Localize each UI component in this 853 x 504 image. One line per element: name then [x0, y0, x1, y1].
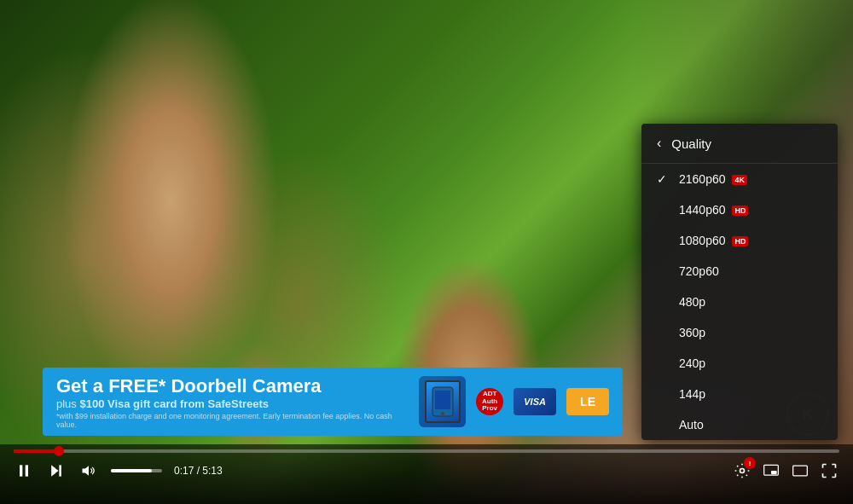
ad-text-area: Get a FREE* Doorbell Camera plus $100 Vi…: [56, 375, 409, 429]
next-icon: [48, 462, 65, 479]
next-button[interactable]: [46, 461, 67, 481]
svg-marker-5: [51, 465, 58, 476]
volume-button[interactable]: [78, 461, 99, 481]
ad-device-image: [419, 376, 466, 427]
settings-button-area: !: [732, 461, 752, 481]
svg-rect-3: [20, 465, 22, 476]
quality-item-720p60[interactable]: 720p60: [641, 256, 838, 287]
svg-rect-10: [771, 471, 777, 474]
theater-icon: [792, 462, 809, 479]
pause-button[interactable]: [14, 461, 34, 481]
miniplayer-icon: [763, 462, 780, 479]
ad-cta-button[interactable]: LE: [566, 388, 609, 415]
quality-item-240p[interactable]: 240p: [641, 348, 838, 379]
controls-row: 0:17 / 5:13 !: [14, 458, 839, 484]
quality-item-1080p60[interactable]: 1080p60 HD: [641, 225, 838, 256]
quality-item-360p[interactable]: 360p: [641, 317, 838, 348]
volume-icon: [80, 462, 97, 479]
svg-rect-11: [793, 466, 808, 476]
quality-label-144p: 144p: [679, 387, 822, 401]
badge-hd-1440: HD: [732, 206, 748, 216]
badge-4k: 4K: [732, 175, 747, 185]
progress-bar[interactable]: [14, 449, 839, 453]
quality-menu-header[interactable]: ‹ Quality: [641, 124, 838, 164]
quality-item-2160p60[interactable]: ✓ 2160p60 4K: [641, 164, 838, 194]
quality-label-240p: 240p: [679, 356, 822, 370]
svg-rect-1: [435, 391, 450, 409]
ad-subtitle-highlight: $100 Visa gift card from SafeStreets: [79, 397, 269, 410]
miniplayer-button[interactable]: [761, 461, 781, 481]
quality-label-480p: 480p: [679, 295, 822, 309]
volume-slider[interactable]: [111, 469, 162, 472]
fullscreen-button[interactable]: [819, 461, 839, 481]
quality-menu-title: Quality: [671, 136, 711, 151]
quality-label-360p: 360p: [679, 326, 822, 339]
svg-point-8: [740, 469, 745, 473]
ad-fine-print: *with $99 installation charge and one mo…: [56, 412, 409, 429]
ad-adt-badge: ADTAuthProv: [476, 388, 503, 415]
svg-marker-7: [83, 466, 90, 476]
ad-subtitle-prefix: plus: [56, 397, 79, 410]
volume-fill: [111, 469, 152, 472]
progress-bar-fill: [14, 449, 59, 453]
quality-options-list: ✓ 2160p60 4K 1440p60 HD 1080p60 HD: [641, 164, 838, 440]
quality-label-1440p60: 1440p60 HD: [679, 203, 822, 217]
quality-label-2160p60: 2160p60 4K: [679, 172, 822, 186]
svg-rect-4: [26, 465, 28, 476]
ad-visa: VISA: [514, 388, 556, 415]
quality-item-auto[interactable]: Auto: [641, 409, 838, 440]
ad-banner[interactable]: Get a FREE* Doorbell Camera plus $100 Vi…: [43, 368, 623, 436]
progress-thumb: [54, 446, 64, 456]
ad-badge-text: ADTAuthProv: [482, 391, 497, 413]
controls-right: !: [732, 461, 839, 481]
quality-label-1080p60: 1080p60 HD: [679, 234, 822, 247]
settings-notification-badge: !: [744, 457, 756, 469]
svg-rect-6: [59, 465, 61, 476]
badge-hd-1080: HD: [732, 236, 748, 246]
visa-label: VISA: [524, 397, 546, 407]
time-display: 0:17 / 5:13: [174, 465, 223, 477]
back-arrow-icon[interactable]: ‹: [657, 136, 661, 151]
quality-item-144p[interactable]: 144p: [641, 379, 838, 409]
ad-title: Get a FREE* Doorbell Camera: [56, 375, 409, 397]
quality-item-1440p60[interactable]: 1440p60 HD: [641, 194, 838, 225]
quality-item-480p[interactable]: 480p: [641, 287, 838, 317]
video-player: Get a FREE* Doorbell Camera plus $100 Vi…: [0, 0, 853, 504]
svg-point-2: [441, 412, 444, 415]
controls-left: 0:17 / 5:13: [14, 461, 223, 481]
checkmark-icon: ✓: [657, 172, 670, 186]
quality-label-720p60: 720p60: [679, 264, 822, 278]
quality-menu: ‹ Quality ✓ 2160p60 4K 1440p60 HD: [641, 124, 838, 440]
visa-card: VISA: [514, 388, 556, 415]
ad-device-screen: [425, 380, 461, 423]
theater-mode-button[interactable]: [790, 461, 810, 481]
controls-bar: 0:17 / 5:13 !: [0, 444, 853, 504]
fullscreen-icon: [821, 462, 838, 479]
ad-subtitle: plus $100 Visa gift card from SafeStreet…: [56, 397, 409, 410]
quality-label-auto: Auto: [679, 418, 822, 432]
pause-icon: [15, 462, 32, 479]
